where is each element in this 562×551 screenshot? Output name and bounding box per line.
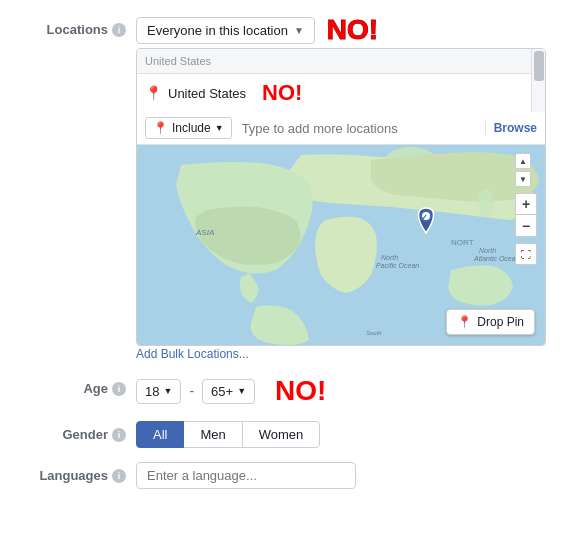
gender-men-button[interactable]: Men bbox=[183, 421, 242, 448]
svg-text:Pacific Ocean: Pacific Ocean bbox=[376, 262, 419, 269]
languages-row: Languages i bbox=[0, 462, 562, 489]
age-max-arrow: ▼ bbox=[237, 386, 246, 396]
age-min-arrow: ▼ bbox=[163, 386, 172, 396]
map-zoom-out-button[interactable]: − bbox=[515, 215, 537, 237]
locations-row: Locations i Everyone in this location ▼ … bbox=[0, 16, 562, 361]
age-dash: - bbox=[189, 383, 194, 399]
age-max-select[interactable]: 65+ ▼ bbox=[202, 379, 255, 404]
dropdown-value: Everyone in this location bbox=[147, 23, 288, 38]
browse-button[interactable]: Browse bbox=[485, 121, 537, 135]
age-min-select[interactable]: 18 ▼ bbox=[136, 379, 181, 404]
locations-label: Locations bbox=[47, 22, 108, 37]
location-list-inner: United States 📍 United States NO! bbox=[137, 49, 545, 112]
location-dropdown[interactable]: Everyone in this location ▼ bbox=[136, 17, 315, 44]
locations-header-row: Everyone in this location ▼ NO! bbox=[136, 16, 546, 44]
age-label-col: Age i bbox=[16, 375, 136, 396]
svg-text:North: North bbox=[479, 247, 496, 254]
no-label-age: NO! bbox=[275, 375, 326, 407]
map-zoom-group: + − bbox=[515, 193, 537, 237]
gender-all-button[interactable]: All bbox=[136, 421, 184, 448]
dropdown-arrow-icon: ▼ bbox=[294, 25, 304, 36]
svg-text:✓: ✓ bbox=[421, 213, 428, 222]
age-row: Age i 18 ▼ - 65+ ▼ NO! bbox=[0, 375, 562, 407]
drop-pin-icon: 📍 bbox=[457, 315, 472, 329]
map-fullscreen-button[interactable]: ⛶ bbox=[515, 243, 537, 265]
languages-label: Languages bbox=[39, 468, 108, 483]
language-input[interactable] bbox=[136, 462, 356, 489]
map-controls: ▲ ▼ + − ⛶ bbox=[515, 153, 537, 265]
location-item: 📍 United States NO! bbox=[137, 74, 545, 112]
map-zoom-in-button[interactable]: + bbox=[515, 193, 537, 215]
include-arrow-icon: ▼ bbox=[215, 123, 224, 133]
gender-label-col: Gender i bbox=[16, 421, 136, 442]
location-box: United States 📍 United States NO! 📍 Incl… bbox=[136, 48, 546, 346]
location-list-wrapper: United States 📍 United States NO! bbox=[137, 49, 545, 112]
age-label: Age bbox=[83, 381, 108, 396]
svg-point-2 bbox=[478, 189, 494, 217]
map-scroll-down[interactable]: ▼ bbox=[515, 171, 531, 187]
locations-info-icon[interactable]: i bbox=[112, 23, 126, 37]
gender-row: Gender i All Men Women bbox=[0, 421, 562, 448]
location-list-header: United States bbox=[137, 49, 545, 74]
age-controls: 18 ▼ - 65+ ▼ NO! bbox=[136, 375, 546, 407]
include-pin-icon: 📍 bbox=[153, 121, 168, 135]
gender-info-icon[interactable]: i bbox=[112, 428, 126, 442]
svg-text:South: South bbox=[366, 330, 382, 336]
locations-label-col: Locations i bbox=[16, 16, 136, 37]
locations-content: Everyone in this location ▼ NO! United S… bbox=[136, 16, 546, 361]
map-scroll-up[interactable]: ▲ bbox=[515, 153, 531, 169]
languages-content bbox=[136, 462, 546, 489]
languages-info-icon[interactable]: i bbox=[112, 469, 126, 483]
gender-button-group: All Men Women bbox=[136, 421, 546, 448]
svg-text:ASIA: ASIA bbox=[195, 228, 214, 237]
no-label-locations: NO! bbox=[327, 16, 378, 44]
drop-pin-label: Drop Pin bbox=[477, 315, 524, 329]
svg-text:NORT: NORT bbox=[451, 238, 474, 247]
map-container: ASIA North Pacific Ocean NORT North Atla… bbox=[137, 145, 545, 345]
svg-text:Atlantic Ocean: Atlantic Ocean bbox=[473, 255, 520, 262]
scrollbar[interactable] bbox=[531, 49, 545, 112]
svg-text:North: North bbox=[381, 254, 398, 261]
gender-content: All Men Women bbox=[136, 421, 546, 448]
drop-pin-button[interactable]: 📍 Drop Pin bbox=[446, 309, 535, 335]
age-info-icon[interactable]: i bbox=[112, 382, 126, 396]
languages-label-col: Languages i bbox=[16, 462, 136, 483]
age-min-value: 18 bbox=[145, 384, 159, 399]
location-input-row: 📍 Include ▼ Browse bbox=[137, 112, 545, 145]
add-location-input[interactable] bbox=[238, 119, 479, 138]
location-pin-icon: 📍 bbox=[145, 85, 162, 101]
age-content: 18 ▼ - 65+ ▼ NO! bbox=[136, 375, 546, 407]
age-max-value: 65+ bbox=[211, 384, 233, 399]
include-label: Include bbox=[172, 121, 211, 135]
scrollbar-thumb bbox=[534, 51, 544, 81]
gender-women-button[interactable]: Women bbox=[242, 421, 321, 448]
no-label-location-item: NO! bbox=[262, 80, 302, 106]
location-item-text: United States bbox=[168, 86, 246, 101]
include-button[interactable]: 📍 Include ▼ bbox=[145, 117, 232, 139]
gender-label: Gender bbox=[62, 427, 108, 442]
